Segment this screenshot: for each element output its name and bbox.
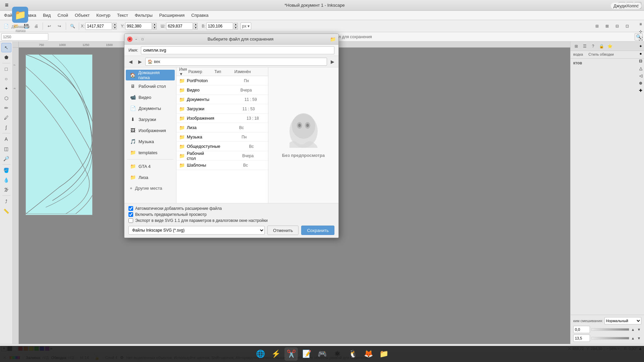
rp-btn-1[interactable]: ⊞ [573,43,580,50]
h-spin-down[interactable]: ▼ [234,26,238,29]
save-button-dialog[interactable]: Сохранить [301,226,334,235]
check-auto-ext[interactable]: Автоматически добавлять расширение файла [128,206,334,211]
opacity-input[interactable] [573,326,590,333]
circle-tool[interactable]: ○ [1,74,11,83]
sidebar-item-gta4[interactable]: 📁 GTA 4 [126,161,175,172]
second-val-input[interactable] [573,335,590,342]
zoom-in-button[interactable]: 🔍 [68,21,77,31]
snap-btn-4[interactable]: ⊡ [623,21,632,31]
file-row-video[interactable]: 📁 Видео Вчера [176,85,268,95]
sidebar-item-desktop[interactable]: 🖥 Рабочий стол [126,81,175,92]
rt-8[interactable]: ◁ [637,72,644,79]
col-name-header[interactable]: Имя ▼ [179,67,187,76]
sidebar-item-downloads[interactable]: ⬇ Загрузки [126,114,175,125]
blend-mode-select[interactable]: Нормальный [604,317,641,324]
x-spin-up[interactable]: ▲ [113,23,117,26]
second-slider-track[interactable] [591,337,629,340]
rp-btn-5[interactable]: ⭐ [606,43,613,50]
cancel-button[interactable]: Отменить [267,226,299,235]
second-up[interactable]: ▲ [631,336,635,341]
dialog-close-btn[interactable]: ✕ [127,37,132,42]
opacity-up[interactable]: ▲ [631,327,635,332]
connector-tool[interactable]: ⤴ [1,197,11,206]
x-spin-down[interactable]: ▼ [113,26,117,29]
h-input[interactable] [206,22,233,30]
w-input[interactable] [166,22,193,30]
file-row-public[interactable]: 📁 Общедоступные Вс [176,142,268,151]
sidebar-item-music[interactable]: 🎵 Музыка [126,136,175,147]
nav-back-btn[interactable]: ◀ [126,58,135,66]
rt-6[interactable]: ⊟ [637,58,644,64]
node-tool[interactable]: ⬟ [1,53,11,62]
pen-tool[interactable]: 🖊 [1,113,11,122]
rp-btn-4[interactable]: 🔒 [598,43,605,50]
file-row-portproton[interactable]: 📁 PortProton Пн [176,76,268,85]
taskbar-inkscape[interactable]: ✂️ [284,347,298,361]
measure-tool[interactable]: 📏 [1,206,11,216]
check-svg11-input[interactable] [128,218,133,223]
sidebar-item-images[interactable]: 🖼 Изображения [126,125,175,136]
select-tool[interactable]: ↖ [1,43,11,52]
rect-tool[interactable]: □ [1,64,11,74]
second-down[interactable]: ▼ [637,336,641,341]
file-row-liza[interactable]: 📁 Лиза Вс [176,123,268,132]
check-preview[interactable]: Включить предварительный просмотр [128,212,334,217]
rp-btn-3[interactable]: ? [589,43,597,50]
menu-object[interactable]: Объект [72,12,92,19]
text-tool[interactable]: A [1,134,11,144]
taskbar-atom[interactable]: ⚛ [331,347,344,361]
menu-path[interactable]: Контур [94,12,113,19]
file-row-docs[interactable]: 📁 Документы 11 : 59 [176,95,268,104]
rt-7[interactable]: △ [637,65,644,72]
file-type-select[interactable]: Файлы Inkscape SVG (*.svg) [128,226,265,235]
y-spinner[interactable]: ▲ ▼ [153,23,157,29]
sidebar-item-home[interactable]: 🏠 Домашняя папка [126,70,175,80]
pencil-tool[interactable]: ✏ [1,103,11,113]
rt-10[interactable]: ✚ [637,87,644,94]
file-row-music[interactable]: 📁 Музыка Пн [176,132,268,142]
sidebar-item-liza[interactable]: 📁 Лиза [126,172,175,183]
taskbar-terminal[interactable]: ⚡ [269,347,282,361]
check-auto-ext-input[interactable] [128,206,133,211]
col-size-header[interactable]: Размер [188,69,213,74]
w-spin-down[interactable]: ▼ [194,26,198,29]
zoom-tool[interactable]: 🔎 [1,154,11,163]
x-spinner[interactable]: ▲ ▼ [113,23,117,29]
dialog-min-btn[interactable]: − [133,37,139,42]
taskbar-editor[interactable]: 📝 [300,347,313,361]
desktop-folder-icon[interactable]: 📁 Домашняя папка [7,7,34,32]
y-spin-up[interactable]: ▲ [153,23,157,26]
rp-btn-2[interactable]: ☰ [581,43,588,50]
taskbar-game[interactable]: 🎮 [315,347,329,361]
snap-btn-1[interactable]: ⊞ [592,21,602,31]
unit-select[interactable]: px ▾ [240,22,251,30]
path-input[interactable]: 1250 [1,33,48,41]
file-row-templates[interactable]: 📁 Шаблоны Вс [176,161,268,170]
h-spinner[interactable]: ▲ ▼ [234,23,238,29]
menu-filters[interactable]: Фильтры [132,12,155,19]
snap-btn-2[interactable]: ⊠ [602,21,612,31]
taskbar-files[interactable]: 📁 [377,347,390,361]
file-row-desktop[interactable]: 📁 Рабочий стол Вчера [176,151,268,161]
gradient-tool[interactable]: ◫ [1,144,11,154]
sidebar-add-places[interactable]: + Другие места [126,183,175,193]
rt-4[interactable]: ✦ [637,43,644,50]
h-spin-up[interactable]: ▲ [234,23,238,26]
menu-view[interactable]: Вид [40,12,54,19]
sidebar-item-video[interactable]: 📹 Видео [126,92,175,103]
dialog-close-left[interactable]: ✕ − □ [127,37,145,42]
x-input[interactable] [85,22,112,30]
nav-location-bar[interactable]: 🏠 век [145,58,327,66]
taskbar-linux[interactable]: 🐧 [346,347,360,361]
rt-5[interactable]: ● [637,50,644,57]
rp-tab-fill[interactable]: водка [571,51,586,58]
sidebar-item-templates[interactable]: 📁 templates [126,147,175,158]
filename-input[interactable] [141,46,334,54]
nav-right-btn[interactable]: ▶ [328,58,336,66]
menu-text[interactable]: Текст [114,12,131,19]
rp-tab-stroke[interactable]: Стиль обводки [586,51,616,58]
sidebar-item-docs[interactable]: 📄 Документы [126,103,175,114]
dialog-max-btn[interactable]: □ [140,37,145,42]
w-spin-up[interactable]: ▲ [194,23,198,26]
spray-tool[interactable]: 🌫 [1,185,11,194]
